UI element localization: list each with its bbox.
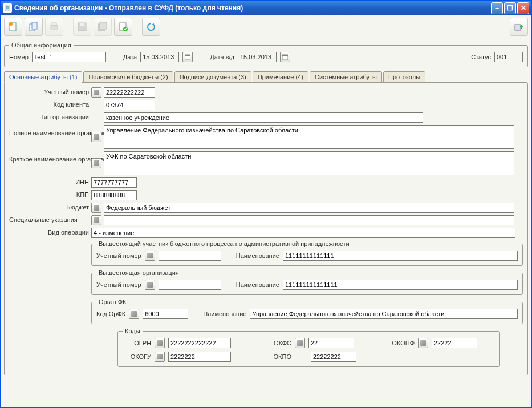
tab-main-attrs[interactable]: Основные атрибуты (1) xyxy=(4,71,82,83)
orfk-name-label: Наименование xyxy=(203,310,246,317)
parent-process-legend: Вышестоящий участник бюджетного процесса… xyxy=(96,240,352,247)
svg-rect-7 xyxy=(32,22,37,29)
save-all-button xyxy=(94,18,112,36)
client-field[interactable]: 07374 xyxy=(104,100,155,110)
tab-system-attrs[interactable]: Системные атрибуты xyxy=(310,71,382,83)
window: Сведения об организации - Отправлен в СУ… xyxy=(0,0,532,408)
close-button[interactable]: ✕ xyxy=(517,2,529,14)
status-label: Статус xyxy=(471,54,491,60)
parent-acct-lookup-button[interactable] xyxy=(145,251,155,261)
kpp-field[interactable]: 888888888 xyxy=(91,190,137,200)
folder-icon xyxy=(131,311,137,317)
special-label: Специальные указания xyxy=(9,215,89,223)
acct-field[interactable]: 22222222222 xyxy=(104,87,155,98)
date-vd-field[interactable]: 15.03.2013 xyxy=(238,52,277,62)
svg-rect-20 xyxy=(185,55,190,56)
number-label: Номер xyxy=(9,54,29,60)
parent-org-name-label: Наименование xyxy=(236,281,279,288)
svg-rect-18 xyxy=(521,25,522,29)
folder-icon xyxy=(147,253,153,258)
minimize-button[interactable]: – xyxy=(491,2,503,14)
special-field[interactable] xyxy=(104,215,514,225)
date-label: Дата xyxy=(123,54,137,60)
client-label: Код клиента xyxy=(9,100,89,108)
toolbar-separator xyxy=(68,18,68,35)
okopf-field[interactable]: 22222 xyxy=(432,338,477,348)
okfs-field[interactable]: 22 xyxy=(308,338,354,348)
general-info-group: Общая информация Номер Test_1 Дата 15.03… xyxy=(4,42,528,67)
tab-protocols[interactable]: Протоколы xyxy=(383,71,425,83)
number-field[interactable]: Test_1 xyxy=(32,52,106,62)
svg-rect-8 xyxy=(51,25,58,29)
svg-rect-16 xyxy=(515,25,521,30)
print-button xyxy=(45,18,63,36)
copy-doc-button[interactable] xyxy=(25,18,43,36)
shortname-field[interactable]: УФК по Саратовской области xyxy=(104,151,514,175)
tab-signatures[interactable]: Подписи документа (3) xyxy=(174,71,251,83)
inn-label: ИНН xyxy=(9,177,89,185)
maximize-button[interactable]: ☐ xyxy=(504,2,516,14)
new-doc-button[interactable] xyxy=(4,18,22,36)
orfk-name-field[interactable]: Управление Федерального казначейства по … xyxy=(250,309,518,319)
orfk-code-field[interactable]: 6000 xyxy=(143,309,188,319)
parent-process-group: Вышестоящий участник бюджетного процесса… xyxy=(91,240,523,266)
svg-rect-11 xyxy=(80,23,84,26)
tab-body-main: Учетный номер 22222222222 Код клиента 07… xyxy=(4,82,528,375)
titlebar: Сведения об организации - Отправлен в СУ… xyxy=(1,1,531,15)
svg-point-5 xyxy=(9,22,13,26)
shortname-lookup-button[interactable] xyxy=(91,158,101,168)
budget-field[interactable]: Федеральный бюджет xyxy=(104,203,514,213)
approve-doc-button[interactable] xyxy=(114,18,132,36)
orfk-code-label: Код ОрФК xyxy=(96,310,125,317)
date-field[interactable]: 15.03.2013 xyxy=(140,52,179,62)
shortname-label: Краткое наименование организации xyxy=(9,151,89,163)
fullname-lookup-button[interactable] xyxy=(91,132,101,142)
okogu-field[interactable]: 2222222 xyxy=(168,352,231,362)
date-vd-picker-button[interactable] xyxy=(280,52,290,62)
parent-acct-field[interactable] xyxy=(159,251,221,261)
okogu-label: ОКОГУ xyxy=(123,353,151,360)
date-picker-button[interactable] xyxy=(182,52,193,62)
parent-acct-label: Учетный номер xyxy=(96,252,141,259)
tab-budgets[interactable]: Полномочия и бюджеты (2) xyxy=(83,71,173,83)
acct-label: Учетный номер xyxy=(9,87,89,95)
folder-icon xyxy=(420,340,426,346)
optype-field[interactable]: 4 - изменение xyxy=(91,228,515,238)
parent-org-name-field[interactable]: 111111111111111 xyxy=(283,280,518,290)
acct-lookup-button[interactable] xyxy=(91,87,101,98)
budget-lookup-button[interactable] xyxy=(91,203,101,213)
add-item-button[interactable] xyxy=(510,18,528,36)
parent-name-field[interactable]: 11111111111111 xyxy=(283,251,518,261)
orgtype-field[interactable]: казенное учреждение xyxy=(104,112,423,123)
folder-icon xyxy=(94,160,99,166)
organ-fk-legend: Орган ФК xyxy=(96,298,128,305)
refresh-button[interactable] xyxy=(142,18,160,36)
orfk-code-lookup-button[interactable] xyxy=(129,309,139,319)
svg-rect-13 xyxy=(100,22,107,29)
date-vd-label: Дата в/д xyxy=(210,54,234,60)
okfs-lookup-button[interactable] xyxy=(295,338,305,348)
ogrn-field[interactable]: 2222222222222 xyxy=(168,338,231,348)
folder-icon xyxy=(94,134,99,140)
folder-icon xyxy=(147,282,153,288)
content-area: Общая информация Номер Test_1 Дата 15.03… xyxy=(1,38,531,407)
status-field[interactable]: 001 xyxy=(494,52,523,62)
general-info-legend: Общая информация xyxy=(9,42,74,49)
tab-note[interactable]: Примечание (4) xyxy=(253,71,308,83)
special-lookup-button[interactable] xyxy=(91,215,101,225)
folder-icon xyxy=(157,354,163,359)
ogrn-lookup-button[interactable] xyxy=(155,338,165,348)
budget-label: Бюджет xyxy=(9,203,89,211)
okopf-lookup-button[interactable] xyxy=(418,338,428,348)
fullname-field[interactable]: Управление Федерального казначейства по … xyxy=(104,125,514,149)
inn-field[interactable]: 7777777777 xyxy=(91,177,137,188)
parent-org-acct-lookup-button[interactable] xyxy=(145,280,155,290)
codes-legend: Коды xyxy=(123,328,143,334)
okpo-label: ОКПО xyxy=(251,353,291,360)
tabs: Основные атрибуты (1) Полномочия и бюдже… xyxy=(4,71,528,83)
okfs-label: ОКФС xyxy=(251,340,291,346)
parent-org-acct-label: Учетный номер xyxy=(96,281,141,288)
okpo-field[interactable]: 22222222 xyxy=(311,352,356,362)
okogu-lookup-button[interactable] xyxy=(155,352,165,362)
parent-org-acct-field[interactable] xyxy=(159,280,221,290)
